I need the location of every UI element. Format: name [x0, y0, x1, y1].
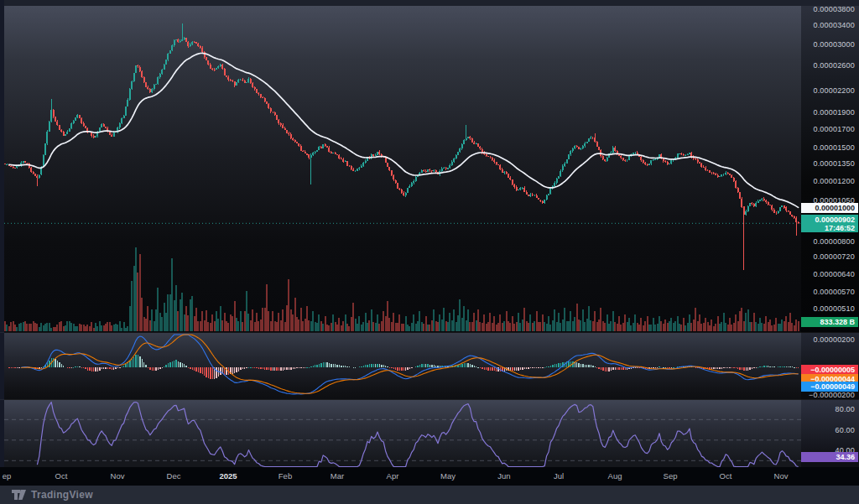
time-label-month: Feb — [279, 471, 292, 481]
time-label-month: Oct — [720, 471, 732, 481]
chart-plot — [0, 0, 859, 504]
tradingview-logo-icon[interactable] — [12, 490, 26, 500]
price-tick: 0.00003800 — [801, 5, 855, 13]
footer-bar: TradingView — [0, 486, 859, 504]
price-tick: 0.00002200 — [801, 86, 855, 95]
volume-label-label: 833.328 B — [801, 317, 858, 327]
time-label-month: Nov — [774, 471, 789, 481]
price-tick: 0.00000570 — [801, 288, 855, 296]
time-label-month: Jun — [497, 471, 510, 481]
macd-tick: 0.00000200 — [801, 335, 855, 344]
time-label-year: 2025 — [219, 471, 237, 481]
tradingview-brand-text[interactable]: TradingView — [31, 489, 93, 501]
time-label-month: Apr — [387, 471, 399, 481]
price-tick: 0.00001500 — [801, 143, 855, 152]
rsi-tick: 60.00 — [801, 426, 855, 434]
price-tick: 0.00001350 — [801, 159, 855, 168]
time-label-month: Oct — [55, 471, 68, 481]
macd-tick: −0.00000200 — [801, 391, 855, 399]
price-tick: 0.00003000 — [801, 40, 855, 49]
time-label-month: Jul — [554, 471, 564, 481]
price-tick: 0.00003400 — [801, 21, 855, 29]
time-label-month: Aug — [608, 471, 622, 481]
rsi-tick: 80.00 — [801, 405, 855, 413]
price-tick: 0.00001900 — [801, 108, 855, 117]
pane-separator[interactable] — [0, 332, 859, 333]
time-label-month: Dec — [167, 471, 181, 481]
price-tick: 0.00002600 — [801, 61, 855, 70]
price-tick: 0.00000510 — [801, 304, 855, 313]
time-axis[interactable]: epOctNovDec2025FebMarAprMayJunJulAugSepO… — [0, 467, 859, 486]
price-tick: 0.00000640 — [801, 270, 855, 278]
time-label-month: Sep — [664, 471, 678, 481]
last-price-label: 0.0000090217:46:52 — [801, 215, 858, 232]
prev-level-label: 0.00001000 — [801, 203, 858, 213]
pane-separator[interactable] — [0, 399, 859, 400]
price-tick: 0.00000720 — [801, 252, 855, 261]
tradingview-chart-window: 0.000038000.000034000.000030000.00002600… — [0, 0, 859, 504]
time-label-month: May — [440, 471, 456, 481]
price-tick: 0.00001200 — [801, 177, 855, 185]
time-label-month: ep — [3, 471, 12, 481]
rsi-value-label: 34.36 — [801, 452, 858, 462]
time-label-month: Mar — [331, 471, 344, 481]
price-tick: 0.00000800 — [801, 237, 855, 246]
time-label-month: Nov — [111, 471, 125, 481]
price-tick: 0.00001700 — [801, 125, 855, 133]
macd-value-label: −0.00000049 — [801, 382, 858, 392]
